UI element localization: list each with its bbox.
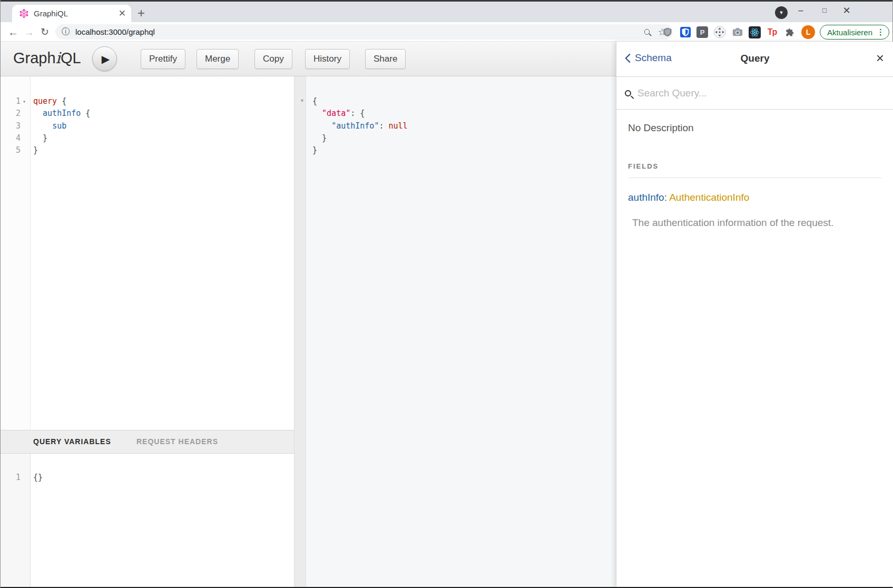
bitwarden-extension-icon[interactable] xyxy=(679,26,692,39)
line-number: 2 xyxy=(1,107,30,120)
share-button[interactable]: Share xyxy=(365,49,406,69)
code-line: } xyxy=(31,144,294,156)
p-extension-icon[interactable]: P xyxy=(696,26,708,38)
fold-icon[interactable]: ▾ xyxy=(23,95,26,107)
doc-fields-header: FIELDS xyxy=(628,162,882,170)
back-button[interactable]: ← xyxy=(5,24,21,40)
doc-search-input[interactable] xyxy=(637,87,885,99)
query-editor-code[interactable]: query { authInfo { sub }} xyxy=(31,76,294,430)
result-fold-icon[interactable]: ▾ xyxy=(301,97,303,103)
react-devtools-extension-icon[interactable] xyxy=(749,26,761,38)
doc-search-row xyxy=(616,77,893,110)
profile-avatar[interactable]: L xyxy=(801,25,815,39)
tp-extension-icon[interactable]: Tp xyxy=(766,26,779,39)
doc-explorer-header: Schema Query × xyxy=(616,42,893,77)
code-line: "authInfo": null xyxy=(310,120,616,132)
code-line: authInfo { xyxy=(31,107,294,120)
code-line: {} xyxy=(31,472,294,484)
play-icon: ▶ xyxy=(102,54,110,64)
code-line: sub xyxy=(31,120,294,132)
doc-field-description: The authentication information of the re… xyxy=(628,217,882,229)
doc-field-type-link[interactable]: AuthenticationInfo xyxy=(669,192,749,203)
chrome-update-button[interactable]: Aktualisieren ⋮ xyxy=(820,25,889,40)
line-number: 4 xyxy=(1,132,30,144)
history-button[interactable]: History xyxy=(305,49,350,69)
tab-query-variables[interactable]: QUERY VARIABLES xyxy=(33,430,111,453)
line-number: 1 xyxy=(1,472,30,484)
tab-close-icon[interactable]: ✕ xyxy=(119,9,126,18)
code-line: query { xyxy=(31,95,294,107)
url-text[interactable]: localhost:3000/graphql xyxy=(75,27,644,36)
move-tool-extension-icon[interactable] xyxy=(713,26,726,39)
line-number: 3 xyxy=(1,120,30,132)
graphiql-topbar: GraphiQL ▶ PrettifyMergeCopyHistoryShare xyxy=(1,42,616,76)
copy-button[interactable]: Copy xyxy=(254,49,292,69)
variables-editor-gutter: 1 xyxy=(1,454,31,587)
secondary-editor-tabs: QUERY VARIABLESREQUEST HEADERS xyxy=(1,430,294,454)
new-tab-button[interactable]: + xyxy=(133,6,149,22)
result-viewer-code: { "data": { "authInfo": null }} xyxy=(306,76,616,156)
tab-request-headers[interactable]: REQUEST HEADERS xyxy=(136,430,218,453)
prettify-button[interactable]: Prettify xyxy=(141,49,185,69)
code-line: } xyxy=(31,132,294,144)
line-number: 5 xyxy=(1,144,30,156)
camera-extension-icon[interactable] xyxy=(731,26,744,39)
variables-editor[interactable]: 1 {} xyxy=(1,454,294,587)
variables-editor-code[interactable]: {} xyxy=(31,454,294,587)
doc-close-icon[interactable]: × xyxy=(876,50,884,66)
query-editor[interactable]: 1▾2345 query { authInfo { sub }} xyxy=(1,76,294,430)
extension-icons-row: P Tp L Aktualisieren ⋮ xyxy=(661,24,889,40)
merge-button[interactable]: Merge xyxy=(197,49,239,69)
browser-window: GraphiQL ✕ + ▼ – □ ✕ ← → ↻ ⓘ localhost:3… xyxy=(0,0,893,588)
tab-strip: GraphiQL ✕ + ▼ – □ ✕ xyxy=(1,2,892,22)
pane-divider[interactable]: ▾ xyxy=(294,76,306,587)
extensions-puzzle-icon[interactable] xyxy=(783,26,797,39)
doc-no-description: No Description xyxy=(628,122,882,134)
doc-panel-body: No Description FIELDS authInfo: Authenti… xyxy=(616,122,893,229)
execute-query-button[interactable]: ▶ xyxy=(92,46,117,71)
code-line: } xyxy=(310,144,616,156)
page-info-icon[interactable]: ⓘ xyxy=(62,26,70,37)
window-minimize-button[interactable]: – xyxy=(791,3,810,18)
doc-fields-list: authInfo: AuthenticationInfoThe authenti… xyxy=(628,192,882,229)
doc-explorer-panel: Schema Query × No Description FIELDS aut… xyxy=(616,42,893,587)
doc-field-name-link[interactable]: authInfo xyxy=(628,192,664,203)
browser-tab[interactable]: GraphiQL ✕ xyxy=(12,5,131,22)
line-number: 1▾ xyxy=(1,95,30,107)
browser-toolbar: ← → ↻ ⓘ localhost:3000/graphql ☆ P xyxy=(1,22,892,42)
address-bar[interactable]: ⓘ localhost:3000/graphql ☆ xyxy=(55,24,673,40)
result-viewer: { "data": { "authInfo": null }} xyxy=(306,76,616,587)
ublock-extension-icon[interactable] xyxy=(661,26,674,39)
code-line: "data": { xyxy=(310,107,616,120)
doc-panel-title: Query xyxy=(616,53,893,64)
doc-field-row: authInfo: AuthenticationInfo xyxy=(628,192,882,203)
search-icon xyxy=(625,87,631,99)
forward-button[interactable]: → xyxy=(21,24,37,40)
reload-button[interactable]: ↻ xyxy=(37,24,53,40)
tab-title: GraphiQL xyxy=(34,9,119,18)
window-close-button[interactable]: ✕ xyxy=(837,3,856,18)
code-line: { xyxy=(310,95,616,107)
zoom-icon[interactable] xyxy=(644,27,650,37)
graphiql-logo: GraphiQL xyxy=(13,49,81,67)
chrome-menu-icon[interactable]: ⋮ xyxy=(877,27,885,37)
tab-search-icon[interactable]: ▼ xyxy=(775,6,788,19)
code-line: } xyxy=(310,132,616,144)
query-editor-gutter: 1▾2345 xyxy=(1,76,31,430)
chrome-update-label: Aktualisieren xyxy=(827,28,872,37)
graphql-favicon-icon xyxy=(19,9,28,18)
doc-field-separator: : xyxy=(664,192,670,203)
doc-fields-divider xyxy=(628,178,882,178)
window-maximize-button[interactable]: □ xyxy=(815,3,834,18)
